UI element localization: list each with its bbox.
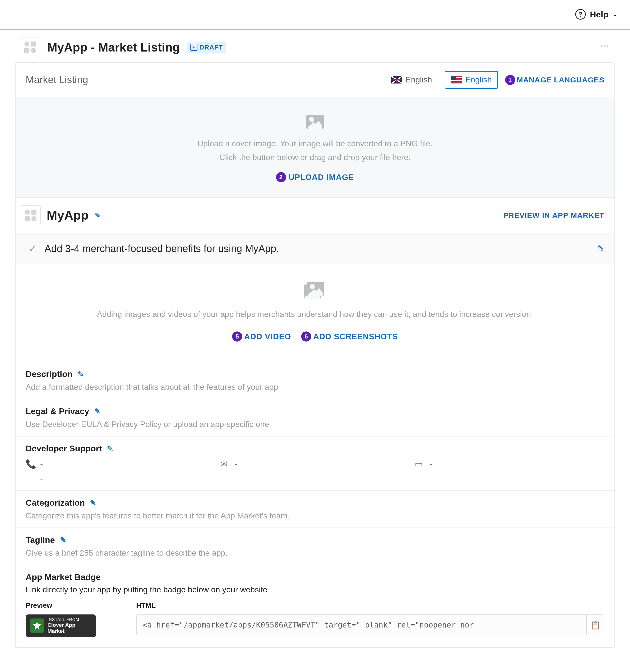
clover-logo-icon: [30, 619, 44, 633]
upload-image-button[interactable]: UPLOAD IMAGE: [288, 173, 354, 182]
us-flag-icon: [451, 76, 462, 84]
media-dropzone: Adding images and videos of your app hel…: [16, 264, 614, 362]
support-phone: 📞 -: [26, 459, 215, 469]
page-header: MyApp - Market Listing + DRAFT ⋮: [15, 30, 615, 62]
cover-help-1: Upload a cover image. Your image will be…: [26, 139, 604, 148]
benefits-placeholder: Add 3-4 merchant-focused benefits for us…: [45, 243, 589, 254]
annotation-marker-5: 5: [232, 332, 242, 341]
badge-small-text: INSTALL FROM: [48, 618, 92, 622]
media-placeholder-icon: [304, 282, 326, 299]
support-phone-value: -: [40, 459, 43, 469]
manage-languages-label: MANAGE LANGUAGES: [517, 76, 604, 84]
legal-title: Legal & Privacy: [26, 406, 89, 416]
edit-tagline-button[interactable]: ✎: [60, 535, 66, 544]
help-icon: ?: [575, 9, 586, 20]
check-icon: ✓: [28, 242, 37, 255]
uk-flag-icon: [391, 76, 402, 84]
annotation-marker-2: 2: [276, 172, 286, 182]
badge-html-input[interactable]: [136, 615, 587, 635]
cover-help-2: Click the button below or drag and drop …: [26, 153, 604, 162]
chevron-down-icon: ⌄: [612, 11, 618, 18]
web-icon: ▭: [415, 459, 425, 469]
badge-html-label: HTML: [136, 601, 604, 609]
badge-title: App Market Badge: [26, 572, 101, 582]
annotation-marker-1: 1: [505, 75, 515, 85]
help-button[interactable]: ? Help ⌄: [575, 9, 618, 20]
overflow-menu-button[interactable]: ⋮: [600, 42, 610, 51]
category-sub: Categorize this app's features to better…: [26, 511, 604, 521]
manage-languages-link[interactable]: 1 MANAGE LANGUAGES: [505, 75, 604, 85]
help-label: Help: [590, 9, 608, 19]
cover-image-dropzone[interactable]: Upload a cover image. Your image will be…: [16, 97, 614, 198]
tagline-title: Tagline: [26, 535, 55, 545]
edit-app-name-button[interactable]: ✎: [95, 211, 101, 220]
support-email-value: -: [235, 459, 237, 469]
edit-description-button[interactable]: ✎: [78, 370, 84, 379]
add-screenshots-button[interactable]: ADD SCREENSHOTS: [313, 332, 398, 341]
edit-support-button[interactable]: ✎: [107, 444, 113, 453]
description-title: Description: [26, 369, 73, 379]
badge-bold-text: Clover App Market: [48, 622, 92, 634]
legal-sub: Use Developer EULA & Privacy Policy or u…: [26, 420, 604, 429]
tagline-sub: Give us a brief 255 character tagline to…: [26, 548, 604, 558]
draft-label: DRAFT: [199, 44, 223, 51]
market-badge-preview: INSTALL FROM Clover App Market: [26, 615, 96, 637]
plus-icon: +: [191, 44, 197, 51]
copy-html-button[interactable]: 📋: [587, 615, 604, 635]
phone-icon: 📞: [26, 459, 36, 469]
badge-sub: Link directly to your app by putting the…: [26, 585, 604, 594]
badge-preview-label: Preview: [26, 601, 121, 609]
lang-us-label: English: [465, 75, 492, 85]
category-title: Categorization: [26, 498, 85, 508]
edit-category-button[interactable]: ✎: [90, 498, 96, 507]
draft-badge: + DRAFT: [187, 42, 226, 53]
media-help-text: Adding images and videos of your app hel…: [26, 310, 604, 319]
language-en-gb[interactable]: English: [385, 72, 437, 88]
support-extra: -: [26, 474, 215, 483]
app-name: MyApp: [47, 208, 89, 223]
language-en-us[interactable]: English: [445, 71, 498, 89]
image-placeholder-icon: [306, 115, 324, 129]
support-title: Developer Support: [26, 443, 102, 453]
preview-in-market-link[interactable]: PREVIEW IN APP MARKET: [503, 211, 604, 220]
app-icon: [20, 37, 40, 57]
support-web: ▭ -: [415, 459, 604, 469]
page-title: MyApp - Market Listing: [47, 41, 180, 54]
subheader-bar: Market Listing English English 1 MANAGE …: [16, 63, 614, 97]
annotation-marker-6: 6: [301, 332, 311, 341]
lang-uk-label: English: [406, 75, 432, 85]
add-video-button[interactable]: ADD VIDEO: [244, 332, 291, 341]
support-extra-value: -: [40, 474, 43, 483]
subheader-title: Market Listing: [26, 74, 88, 86]
support-web-value: -: [429, 459, 432, 469]
edit-legal-button[interactable]: ✎: [94, 407, 100, 416]
support-email: ✉ -: [220, 459, 410, 469]
app-icon-small: [21, 205, 41, 225]
email-icon: ✉: [220, 459, 230, 469]
description-sub: Add a formatted description that talks a…: [26, 383, 604, 392]
edit-benefits-button[interactable]: ✎: [597, 243, 604, 254]
